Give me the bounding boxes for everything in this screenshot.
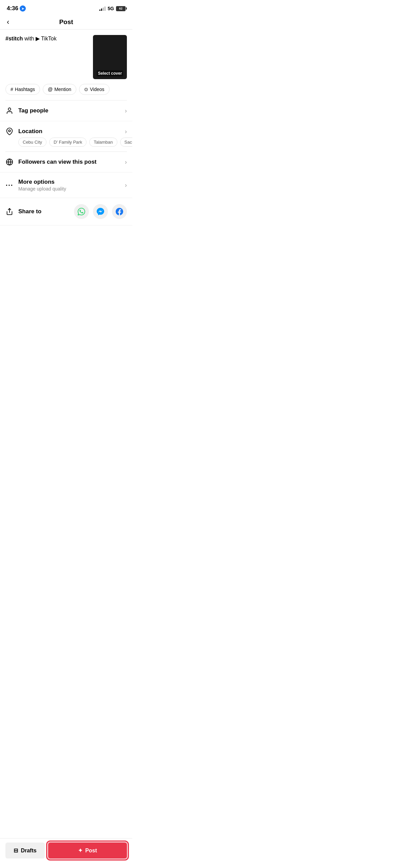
location-chip-sacred[interactable]: Sacred Heart Scho... (120, 138, 132, 147)
location-item[interactable]: Location › (0, 121, 132, 138)
status-right: 5G 62 (99, 6, 126, 11)
location-label: Location (18, 128, 42, 135)
chevron-right-icon-2: › (125, 128, 127, 135)
location-chip-talamban[interactable]: Talamban (89, 138, 117, 147)
share-to-label: Share to (18, 208, 41, 215)
globe-icon (5, 158, 14, 166)
tag-people-item[interactable]: Tag people › (0, 101, 132, 121)
tag-pills-row: # Hashtags @ Mention ⊙ Videos (0, 84, 132, 100)
videos-label: Videos (90, 87, 104, 92)
mention-pill[interactable]: @ Mention (43, 84, 76, 95)
page-title: Post (59, 18, 73, 26)
location-chip-cebu[interactable]: Cebu City (18, 138, 46, 147)
select-cover-label: Select cover (97, 70, 123, 76)
caption-area: #stitch with ▶ TikTok Select cover (0, 30, 132, 84)
chevron-right-icon: › (125, 107, 127, 114)
chevron-right-icon-4: › (125, 182, 127, 189)
battery-level: 62 (119, 7, 122, 10)
caption-hashtag: #stitch (5, 36, 23, 41)
location-chip-familypark[interactable]: D' Family Park (49, 138, 87, 147)
mention-icon: @ (48, 87, 53, 92)
bottom-spacer (0, 225, 132, 266)
share-arrow-icon (5, 207, 14, 216)
share-section: Share to (0, 198, 132, 225)
facebook-button[interactable] (112, 204, 127, 219)
more-options-sublabel: Manage upload quality (18, 186, 66, 192)
visibility-item[interactable]: Followers can view this post › (0, 152, 132, 173)
video-thumbnail[interactable]: Select cover (93, 35, 127, 79)
location-active-icon: ➤ (20, 5, 26, 12)
person-icon (5, 107, 14, 115)
svg-point-0 (8, 108, 11, 110)
tiktok-label: ▶ TikTok (36, 36, 57, 41)
network-label: 5G (108, 6, 114, 11)
messenger-button[interactable] (93, 204, 108, 219)
pin-icon (5, 127, 14, 135)
status-bar: 4:36 ➤ 5G 62 (0, 0, 132, 15)
signal-icon (99, 6, 106, 11)
dots-icon: ··· (5, 181, 14, 189)
hashtag-label: Hashtags (15, 87, 35, 92)
chevron-right-icon-3: › (125, 159, 127, 166)
nav-header: ‹ Post (0, 15, 132, 30)
status-time: 4:36 ➤ (7, 5, 26, 12)
more-options-label: More options (18, 179, 66, 185)
caption-input[interactable]: #stitch with ▶ TikTok (5, 35, 89, 80)
battery-icon: 62 (116, 6, 126, 11)
svg-point-1 (8, 130, 11, 132)
back-button[interactable]: ‹ (7, 18, 9, 26)
play-icon: ⊙ (84, 87, 88, 92)
videos-pill[interactable]: ⊙ Videos (79, 84, 110, 95)
more-options-item[interactable]: ··· More options Manage upload quality › (0, 173, 132, 198)
hashtag-pill[interactable]: # Hashtags (5, 84, 40, 95)
visibility-label: Followers can view this post (18, 159, 97, 165)
mention-label: Mention (54, 87, 71, 92)
tag-people-label: Tag people (18, 107, 48, 114)
location-chips: Cebu City D' Family Park Talamban Sacred… (0, 138, 132, 151)
hashtag-icon: # (11, 87, 13, 92)
whatsapp-button[interactable] (74, 204, 89, 219)
caption-suffix: with (23, 36, 36, 41)
time-display: 4:36 (7, 5, 18, 12)
share-icons-row (74, 204, 127, 219)
